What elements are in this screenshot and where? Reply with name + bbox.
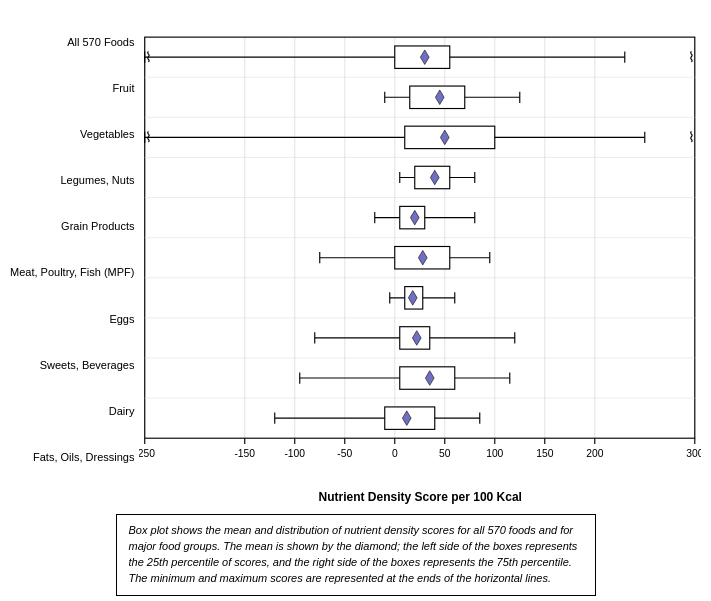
chart-area: All 570 FoodsFruitVegetablesLegumes, Nut… (10, 10, 701, 508)
y-label: Vegetables (10, 128, 134, 141)
y-label: Meat, Poultry, Fish (MPF) (10, 266, 134, 279)
svg-text:50: 50 (440, 448, 452, 459)
svg-text:150: 150 (537, 448, 554, 459)
svg-rect-55 (405, 126, 495, 148)
y-label: Dairy (10, 405, 134, 418)
main-container: All 570 FoodsFruitVegetablesLegumes, Nut… (0, 0, 711, 601)
box-plot-chart: -250-150-100-50050100150200300⌇⌇⌇⌇ (139, 10, 701, 488)
y-labels: All 570 FoodsFruitVegetablesLegumes, Nut… (10, 10, 139, 508)
legend-box: Box plot shows the mean and distribution… (116, 514, 596, 596)
svg-text:200: 200 (587, 448, 604, 459)
svg-text:300: 300 (687, 448, 701, 459)
legend-text: Box plot shows the mean and distribution… (129, 524, 578, 584)
svg-text:⌇: ⌇ (688, 50, 695, 65)
y-label: Sweets, Beverages (10, 359, 134, 372)
svg-text:-250: -250 (139, 448, 155, 459)
y-label: Fats, Oils, Dressings (10, 451, 134, 464)
plot-container: -250-150-100-50050100150200300⌇⌇⌇⌇ Nutri… (139, 10, 701, 508)
y-label: All 570 Foods (10, 36, 134, 49)
svg-text:100: 100 (487, 448, 504, 459)
svg-text:⌇: ⌇ (145, 130, 152, 145)
y-label: Legumes, Nuts (10, 174, 134, 187)
svg-text:-150: -150 (235, 448, 256, 459)
y-label: Grain Products (10, 220, 134, 233)
svg-text:⌇: ⌇ (688, 130, 695, 145)
plot-svg-wrapper: -250-150-100-50050100150200300⌇⌇⌇⌇ (139, 10, 701, 488)
x-axis-label: Nutrient Density Score per 100 Kcal (139, 490, 701, 508)
svg-text:⌇: ⌇ (145, 50, 152, 65)
y-label: Eggs (10, 313, 134, 326)
svg-text:-100: -100 (285, 448, 306, 459)
svg-text:0: 0 (392, 448, 398, 459)
y-label: Fruit (10, 82, 134, 95)
svg-text:-50: -50 (338, 448, 353, 459)
